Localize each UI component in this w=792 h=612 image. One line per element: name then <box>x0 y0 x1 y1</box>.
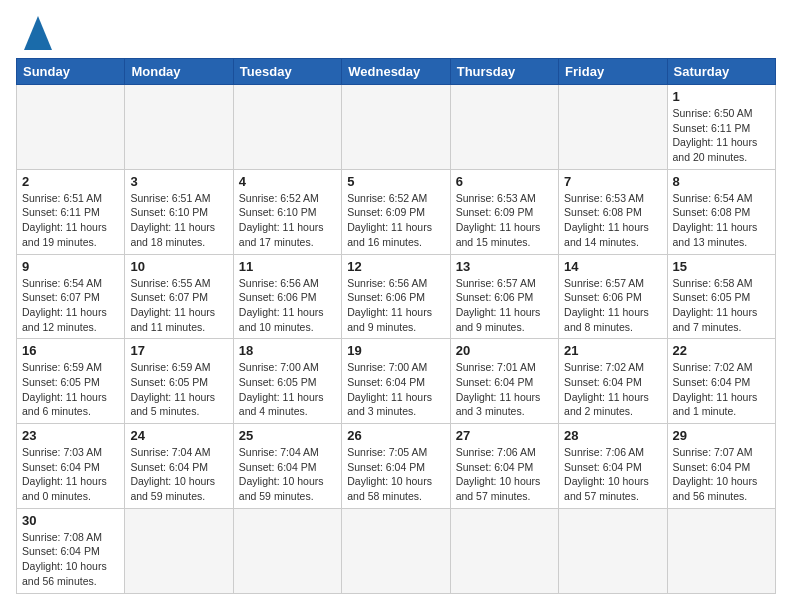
day-info: Sunrise: 7:07 AMSunset: 6:04 PMDaylight:… <box>673 445 770 504</box>
calendar-cell: 19Sunrise: 7:00 AMSunset: 6:04 PMDayligh… <box>342 339 450 424</box>
day-number: 5 <box>347 174 444 189</box>
calendar-cell: 11Sunrise: 6:56 AMSunset: 6:06 PMDayligh… <box>233 254 341 339</box>
weekday-header-monday: Monday <box>125 59 233 85</box>
day-info: Sunrise: 6:50 AMSunset: 6:11 PMDaylight:… <box>673 106 770 165</box>
calendar-cell: 9Sunrise: 6:54 AMSunset: 6:07 PMDaylight… <box>17 254 125 339</box>
day-number: 14 <box>564 259 661 274</box>
day-info: Sunrise: 7:08 AMSunset: 6:04 PMDaylight:… <box>22 530 119 589</box>
day-number: 8 <box>673 174 770 189</box>
calendar-week-4: 16Sunrise: 6:59 AMSunset: 6:05 PMDayligh… <box>17 339 776 424</box>
day-number: 21 <box>564 343 661 358</box>
calendar-week-2: 2Sunrise: 6:51 AMSunset: 6:11 PMDaylight… <box>17 169 776 254</box>
day-info: Sunrise: 6:58 AMSunset: 6:05 PMDaylight:… <box>673 276 770 335</box>
calendar-cell: 17Sunrise: 6:59 AMSunset: 6:05 PMDayligh… <box>125 339 233 424</box>
calendar-cell: 28Sunrise: 7:06 AMSunset: 6:04 PMDayligh… <box>559 424 667 509</box>
calendar-cell: 2Sunrise: 6:51 AMSunset: 6:11 PMDaylight… <box>17 169 125 254</box>
calendar-cell: 16Sunrise: 6:59 AMSunset: 6:05 PMDayligh… <box>17 339 125 424</box>
day-info: Sunrise: 6:53 AMSunset: 6:08 PMDaylight:… <box>564 191 661 250</box>
day-info: Sunrise: 7:00 AMSunset: 6:05 PMDaylight:… <box>239 360 336 419</box>
day-number: 22 <box>673 343 770 358</box>
day-number: 30 <box>22 513 119 528</box>
calendar-cell: 27Sunrise: 7:06 AMSunset: 6:04 PMDayligh… <box>450 424 558 509</box>
calendar-cell: 14Sunrise: 6:57 AMSunset: 6:06 PMDayligh… <box>559 254 667 339</box>
calendar-cell: 21Sunrise: 7:02 AMSunset: 6:04 PMDayligh… <box>559 339 667 424</box>
day-info: Sunrise: 7:06 AMSunset: 6:04 PMDaylight:… <box>456 445 553 504</box>
day-number: 12 <box>347 259 444 274</box>
calendar-cell: 4Sunrise: 6:52 AMSunset: 6:10 PMDaylight… <box>233 169 341 254</box>
day-number: 16 <box>22 343 119 358</box>
calendar-cell <box>233 508 341 593</box>
calendar-week-6: 30Sunrise: 7:08 AMSunset: 6:04 PMDayligh… <box>17 508 776 593</box>
day-info: Sunrise: 6:59 AMSunset: 6:05 PMDaylight:… <box>22 360 119 419</box>
weekday-header-friday: Friday <box>559 59 667 85</box>
day-info: Sunrise: 7:02 AMSunset: 6:04 PMDaylight:… <box>673 360 770 419</box>
day-number: 18 <box>239 343 336 358</box>
day-number: 15 <box>673 259 770 274</box>
calendar-cell: 20Sunrise: 7:01 AMSunset: 6:04 PMDayligh… <box>450 339 558 424</box>
calendar-cell: 7Sunrise: 6:53 AMSunset: 6:08 PMDaylight… <box>559 169 667 254</box>
day-number: 24 <box>130 428 227 443</box>
calendar-week-5: 23Sunrise: 7:03 AMSunset: 6:04 PMDayligh… <box>17 424 776 509</box>
day-number: 20 <box>456 343 553 358</box>
calendar-cell <box>125 508 233 593</box>
day-number: 23 <box>22 428 119 443</box>
day-info: Sunrise: 7:02 AMSunset: 6:04 PMDaylight:… <box>564 360 661 419</box>
day-number: 19 <box>347 343 444 358</box>
calendar-cell: 26Sunrise: 7:05 AMSunset: 6:04 PMDayligh… <box>342 424 450 509</box>
day-number: 4 <box>239 174 336 189</box>
day-number: 17 <box>130 343 227 358</box>
day-info: Sunrise: 6:56 AMSunset: 6:06 PMDaylight:… <box>347 276 444 335</box>
calendar-cell <box>125 85 233 170</box>
day-number: 27 <box>456 428 553 443</box>
calendar-cell <box>667 508 775 593</box>
day-info: Sunrise: 6:57 AMSunset: 6:06 PMDaylight:… <box>564 276 661 335</box>
day-info: Sunrise: 6:52 AMSunset: 6:10 PMDaylight:… <box>239 191 336 250</box>
day-info: Sunrise: 6:54 AMSunset: 6:08 PMDaylight:… <box>673 191 770 250</box>
day-number: 6 <box>456 174 553 189</box>
day-info: Sunrise: 6:52 AMSunset: 6:09 PMDaylight:… <box>347 191 444 250</box>
calendar-cell: 25Sunrise: 7:04 AMSunset: 6:04 PMDayligh… <box>233 424 341 509</box>
day-info: Sunrise: 7:04 AMSunset: 6:04 PMDaylight:… <box>239 445 336 504</box>
day-info: Sunrise: 7:04 AMSunset: 6:04 PMDaylight:… <box>130 445 227 504</box>
day-number: 28 <box>564 428 661 443</box>
calendar-cell: 24Sunrise: 7:04 AMSunset: 6:04 PMDayligh… <box>125 424 233 509</box>
calendar-cell <box>559 508 667 593</box>
weekday-header-thursday: Thursday <box>450 59 558 85</box>
weekday-header-saturday: Saturday <box>667 59 775 85</box>
day-number: 3 <box>130 174 227 189</box>
day-number: 13 <box>456 259 553 274</box>
day-info: Sunrise: 7:06 AMSunset: 6:04 PMDaylight:… <box>564 445 661 504</box>
calendar-cell <box>233 85 341 170</box>
day-number: 1 <box>673 89 770 104</box>
day-info: Sunrise: 7:03 AMSunset: 6:04 PMDaylight:… <box>22 445 119 504</box>
day-info: Sunrise: 6:56 AMSunset: 6:06 PMDaylight:… <box>239 276 336 335</box>
calendar-cell <box>342 508 450 593</box>
day-info: Sunrise: 7:05 AMSunset: 6:04 PMDaylight:… <box>347 445 444 504</box>
calendar-cell: 6Sunrise: 6:53 AMSunset: 6:09 PMDaylight… <box>450 169 558 254</box>
calendar-cell: 22Sunrise: 7:02 AMSunset: 6:04 PMDayligh… <box>667 339 775 424</box>
day-info: Sunrise: 6:57 AMSunset: 6:06 PMDaylight:… <box>456 276 553 335</box>
day-number: 26 <box>347 428 444 443</box>
calendar-cell: 10Sunrise: 6:55 AMSunset: 6:07 PMDayligh… <box>125 254 233 339</box>
day-info: Sunrise: 6:53 AMSunset: 6:09 PMDaylight:… <box>456 191 553 250</box>
day-info: Sunrise: 6:51 AMSunset: 6:11 PMDaylight:… <box>22 191 119 250</box>
day-number: 25 <box>239 428 336 443</box>
day-number: 10 <box>130 259 227 274</box>
day-number: 11 <box>239 259 336 274</box>
page-header <box>16 16 776 50</box>
calendar-cell: 8Sunrise: 6:54 AMSunset: 6:08 PMDaylight… <box>667 169 775 254</box>
calendar-cell: 13Sunrise: 6:57 AMSunset: 6:06 PMDayligh… <box>450 254 558 339</box>
day-info: Sunrise: 6:59 AMSunset: 6:05 PMDaylight:… <box>130 360 227 419</box>
day-info: Sunrise: 6:54 AMSunset: 6:07 PMDaylight:… <box>22 276 119 335</box>
calendar-cell <box>342 85 450 170</box>
weekday-header-sunday: Sunday <box>17 59 125 85</box>
day-info: Sunrise: 6:51 AMSunset: 6:10 PMDaylight:… <box>130 191 227 250</box>
calendar-cell: 15Sunrise: 6:58 AMSunset: 6:05 PMDayligh… <box>667 254 775 339</box>
day-info: Sunrise: 7:00 AMSunset: 6:04 PMDaylight:… <box>347 360 444 419</box>
calendar-cell: 5Sunrise: 6:52 AMSunset: 6:09 PMDaylight… <box>342 169 450 254</box>
day-number: 9 <box>22 259 119 274</box>
calendar-cell: 23Sunrise: 7:03 AMSunset: 6:04 PMDayligh… <box>17 424 125 509</box>
day-number: 7 <box>564 174 661 189</box>
calendar-cell: 18Sunrise: 7:00 AMSunset: 6:05 PMDayligh… <box>233 339 341 424</box>
calendar-cell: 29Sunrise: 7:07 AMSunset: 6:04 PMDayligh… <box>667 424 775 509</box>
